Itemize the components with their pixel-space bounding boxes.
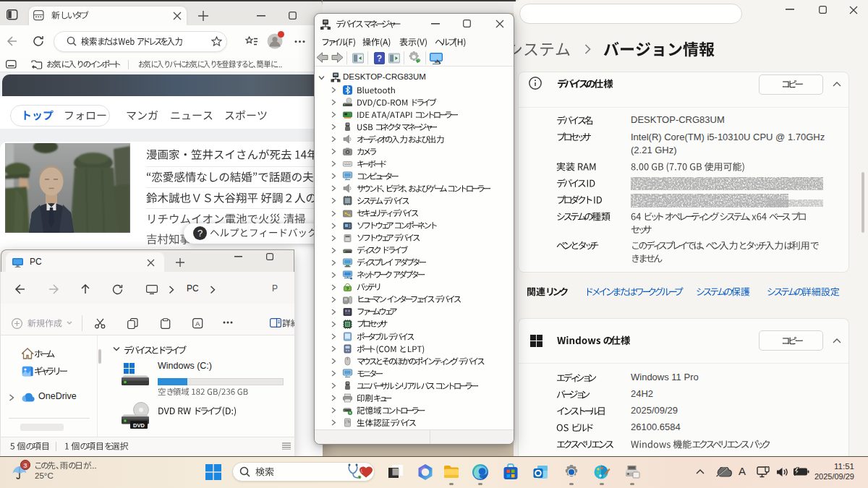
svg-text:DVD: DVD [133,422,145,429]
svg-text:3: 3 [23,461,27,469]
svg-text:?: ? [197,228,203,239]
svg-text:A: A [195,320,200,328]
svg-text:?: ? [377,53,382,64]
